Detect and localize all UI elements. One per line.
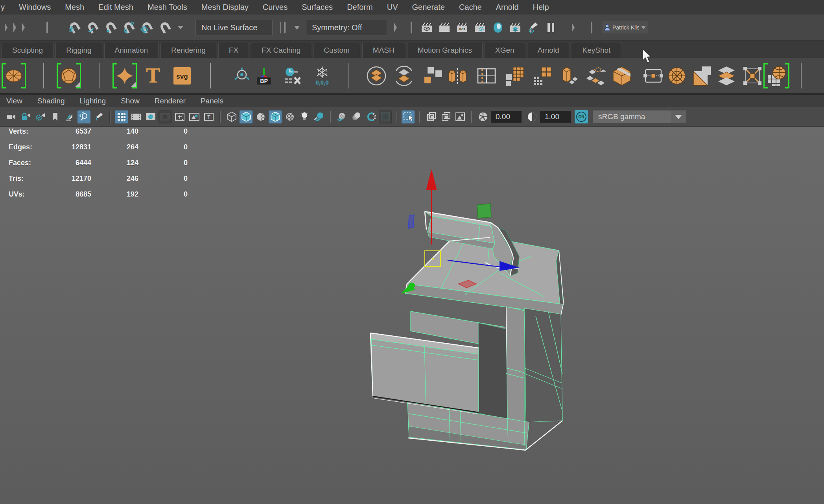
- snap-to-projected-center-icon[interactable]: [120, 19, 136, 36]
- snap-to-view-planes-icon[interactable]: [138, 19, 154, 36]
- type-tool-button[interactable]: T: [141, 63, 165, 88]
- menu-help[interactable]: Help: [533, 3, 549, 12]
- view-transform-dropdown[interactable]: sRGB gamma: [593, 110, 686, 123]
- fill-hole-button[interactable]: [503, 63, 527, 88]
- shelf-tab-mash[interactable]: MASH: [362, 43, 405, 58]
- mesh-right-column[interactable]: [506, 307, 524, 422]
- render-settings-icon[interactable]: [473, 20, 487, 35]
- pan-zoom-icon[interactable]: [77, 110, 90, 123]
- model-3d[interactable]: [0, 127, 824, 504]
- exposure-icon[interactable]: [476, 110, 489, 123]
- gate-mask-icon[interactable]: [159, 110, 171, 123]
- poly-platonic-button[interactable]: [57, 63, 81, 88]
- freeze-transform-button[interactable]: 0,0,0: [310, 63, 334, 88]
- wireframe-mode-icon[interactable]: [225, 110, 238, 123]
- section-collapser-icon[interactable]: [393, 22, 397, 33]
- spin-edge-button[interactable]: [690, 63, 714, 88]
- separate-button[interactable]: [392, 63, 416, 88]
- render-current-frame-icon[interactable]: [438, 20, 452, 35]
- exposure-field[interactable]: 0.00: [491, 111, 522, 123]
- symmetry-field[interactable]: Symmetry: Off: [306, 20, 387, 35]
- menu-generate[interactable]: Generate: [412, 3, 445, 12]
- select-camera-icon[interactable]: [5, 110, 18, 123]
- section-collapser-icon[interactable]: [13, 22, 17, 33]
- menu-edit-mesh[interactable]: Edit Mesh: [98, 3, 133, 12]
- bookmark-icon[interactable]: [48, 110, 61, 123]
- make-live-icon[interactable]: [157, 19, 172, 36]
- scene-objects-alt-icon[interactable]: [439, 110, 452, 123]
- menu-uv[interactable]: UV: [387, 3, 398, 12]
- quad-strip-button[interactable]: [583, 63, 607, 88]
- smooth-button[interactable]: [610, 63, 634, 88]
- ssao-icon[interactable]: [335, 110, 348, 123]
- mesh-front-panel[interactable]: [371, 333, 479, 414]
- panel-menu-lighting[interactable]: Lighting: [80, 97, 106, 105]
- panel-menu-shading[interactable]: Shading: [37, 97, 65, 105]
- panel-menu-panels[interactable]: Panels: [201, 97, 223, 105]
- depth-of-field-icon[interactable]: [379, 110, 392, 123]
- resolution-gate-icon[interactable]: [144, 110, 157, 123]
- section-collapser-icon[interactable]: [571, 22, 575, 33]
- transform-component-button[interactable]: [740, 63, 765, 88]
- append-polygon-button[interactable]: [530, 63, 555, 88]
- plane-handle-blue[interactable]: [408, 215, 414, 228]
- snap-options-caret-icon[interactable]: [178, 26, 183, 29]
- circularize-button[interactable]: [665, 63, 689, 88]
- section-collapser-icon[interactable]: [4, 22, 8, 33]
- panel-menu-renderer[interactable]: Renderer: [155, 97, 186, 105]
- render-setup-icon[interactable]: [491, 20, 505, 35]
- section-collapser-icon[interactable]: [21, 22, 25, 33]
- motion-blur-icon[interactable]: [350, 110, 363, 123]
- shelf-tab-fx[interactable]: FX: [218, 43, 249, 58]
- edit-edge-flow-button[interactable]: [641, 63, 665, 88]
- menu-mesh-tools[interactable]: Mesh Tools: [147, 3, 187, 12]
- menu-deform[interactable]: Deform: [347, 3, 373, 12]
- super-shape-button[interactable]: [112, 63, 137, 88]
- menu-curves[interactable]: Curves: [263, 3, 288, 12]
- gamma-toggle-button[interactable]: ON: [575, 110, 588, 123]
- quad-draw-button[interactable]: [763, 63, 789, 88]
- menu-cache[interactable]: Cache: [459, 3, 482, 12]
- shelf-tab-animation[interactable]: Animation: [104, 43, 159, 58]
- combine-button[interactable]: [364, 63, 389, 88]
- shelf-tab-rendering[interactable]: Rendering: [160, 43, 216, 58]
- menu-arnold[interactable]: Arnold: [496, 3, 519, 12]
- shelf-tab-xgen[interactable]: XGen: [485, 43, 525, 58]
- panel-menu-show[interactable]: Show: [121, 97, 140, 105]
- shelf-tab-motion-graphics[interactable]: Motion Graphics: [407, 43, 483, 58]
- field-chart-icon[interactable]: [173, 110, 186, 123]
- delete-history-button[interactable]: [281, 63, 305, 88]
- shelf-tab-fx-caching[interactable]: FX Caching: [251, 43, 311, 58]
- svg-tool-button[interactable]: svg: [170, 63, 194, 88]
- contrast-field[interactable]: 1.00: [540, 111, 571, 123]
- image-plane-icon[interactable]: [63, 110, 76, 123]
- viewport-3d[interactable]: Verts:65371400 Edges:128312640 Faces:644…: [0, 127, 824, 504]
- plane-handle-green[interactable]: [477, 204, 491, 218]
- wireframe-on-shaded-icon[interactable]: [269, 110, 282, 123]
- shaded-mode-icon[interactable]: [240, 110, 253, 123]
- snap-to-points-icon[interactable]: [102, 19, 118, 36]
- center-pivot-button[interactable]: [230, 63, 254, 88]
- snap-to-curves-icon[interactable]: [84, 19, 100, 36]
- film-gate-icon[interactable]: [129, 110, 142, 123]
- symmetry-caret-icon[interactable]: [294, 26, 300, 29]
- contrast-icon[interactable]: [525, 110, 538, 123]
- default-material-icon[interactable]: [283, 110, 296, 123]
- camera-attributes-icon[interactable]: [34, 110, 47, 123]
- menu-windows[interactable]: Windows: [19, 3, 51, 12]
- display-layers-render-icon[interactable]: [509, 20, 523, 35]
- shelf-tab-rigging[interactable]: Rigging: [55, 43, 102, 58]
- ipr-render-icon[interactable]: IPR: [455, 20, 470, 35]
- shelf-tab-custom[interactable]: Custom: [313, 43, 360, 58]
- paint-effects-icon[interactable]: [526, 20, 540, 35]
- poly-sphere-button[interactable]: [2, 63, 26, 88]
- menu-surfaces[interactable]: Surfaces: [302, 3, 333, 12]
- lights-icon[interactable]: [298, 110, 311, 123]
- menu-partial[interactable]: y: [1, 3, 5, 12]
- scene-objects-icon[interactable]: [424, 110, 437, 123]
- panel-menu-view[interactable]: View: [6, 97, 22, 105]
- snap-to-grids-icon[interactable]: [66, 19, 82, 36]
- grease-pencil-icon[interactable]: [92, 110, 105, 123]
- pause-viewport-icon[interactable]: [544, 20, 558, 35]
- shelf-tab-arnold[interactable]: Arnold: [527, 43, 570, 58]
